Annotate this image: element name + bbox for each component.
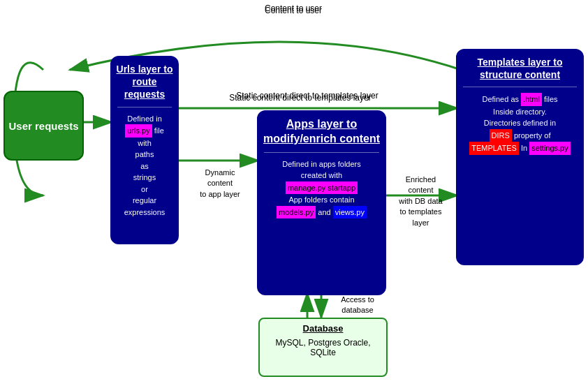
urls-box-title: Urls layer to route requests <box>112 57 177 104</box>
database-content: MySQL, Postgres Oracle, SQLite <box>260 335 386 360</box>
apps-box-title: Apps layer to modify/enrich content <box>258 112 385 149</box>
settings-file-highlight: settings.py <box>529 142 571 155</box>
database-box: Database MySQL, Postgres Oracle, SQLite <box>258 318 388 377</box>
manage-cmd-highlight: manage.py startapp <box>286 181 358 195</box>
apps-box-content: Defined in apps folders created with man… <box>258 156 385 222</box>
apps-divider <box>264 152 379 153</box>
urls-box: Urls layer to route requests Defined in … <box>110 56 179 244</box>
urls-file-highlight: urls.py <box>125 124 152 138</box>
templates-box-content: Defined as .html files Inside directory.… <box>457 90 582 158</box>
database-title: Database <box>260 319 386 335</box>
html-ext-highlight: .html <box>521 93 542 106</box>
urls-divider <box>117 107 172 107</box>
dynamic-content-label: Dynamiccontentto app layer <box>189 168 251 200</box>
diagram-container: Content to user Static content direct to… <box>0 0 588 386</box>
content-to-user-text: Content to user <box>230 3 356 13</box>
apps-box: Apps layer to modify/enrich content Defi… <box>257 110 386 295</box>
dirs-prop-highlight: DIRS <box>490 129 512 142</box>
static-content-text: Static content direct to templates layer <box>206 93 395 103</box>
user-requests-box: User requests <box>3 91 84 161</box>
urls-box-content: Defined in urls.py file with paths as st… <box>112 110 177 221</box>
enriched-content-label: Enrichedcontentwith DB datato templatesl… <box>388 175 454 228</box>
templates-divider <box>463 87 577 87</box>
templates-setting-highlight: TEMPLATES <box>469 142 519 155</box>
templates-box-title: Templates layer to structure content <box>457 50 582 84</box>
models-file-highlight: models.py <box>277 206 316 219</box>
templates-box: Templates layer to structure content Def… <box>456 49 584 265</box>
user-requests-label: User requests <box>8 120 78 132</box>
views-file-highlight: views.py <box>333 206 367 219</box>
